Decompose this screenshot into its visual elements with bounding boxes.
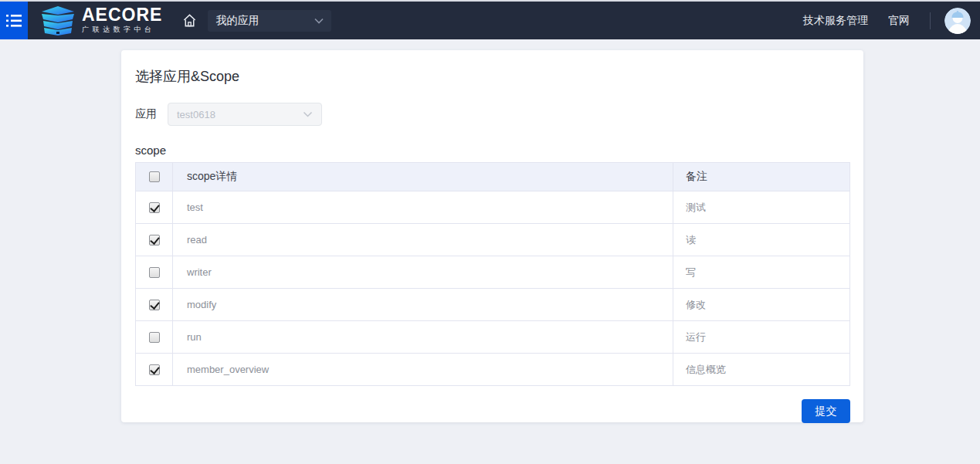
table-row: test 测试 (136, 191, 849, 224)
user-avatar[interactable] (944, 8, 971, 34)
my-apps-select-value: 我的应用 (215, 14, 314, 28)
list-menu-icon (6, 14, 22, 28)
table-row: read 读 (136, 224, 849, 256)
app-select[interactable]: test0618 (168, 103, 322, 126)
chevron-down-icon (314, 18, 324, 24)
worker-avatar-icon (944, 8, 971, 34)
scope-table: scope详情 备注 test 测试 read 读 write (135, 162, 850, 386)
scope-name: read (173, 224, 673, 256)
logo[interactable]: AECORE 广联达数字中台 (40, 5, 162, 36)
scope-remark: 运行 (673, 321, 849, 353)
row-checkbox[interactable] (149, 300, 160, 310)
table-row: run 运行 (136, 321, 849, 354)
scope-remark: 测试 (673, 191, 849, 223)
nav-link-official-site[interactable]: 官网 (888, 14, 910, 28)
column-header-scope-detail: scope详情 (173, 163, 673, 191)
scope-name: test (173, 191, 673, 223)
menu-button[interactable] (0, 2, 28, 39)
scope-remark: 信息概览 (673, 354, 849, 385)
scope-name: run (173, 321, 673, 353)
app-field-label: 应用 (135, 107, 157, 121)
column-header-remark: 备注 (673, 163, 849, 191)
scope-section-label: scope (135, 144, 850, 157)
row-checkbox[interactable] (149, 235, 160, 246)
select-all-checkbox[interactable] (149, 171, 160, 182)
table-row: member_overview 信息概览 (136, 354, 849, 386)
brand-name: AECORE (82, 6, 162, 23)
row-checkbox[interactable] (149, 202, 160, 213)
scope-remark: 读 (673, 224, 849, 256)
scope-remark: 写 (673, 256, 849, 288)
aecore-logo-icon (40, 5, 76, 36)
table-row: writer 写 (136, 256, 849, 289)
page-title: 选择应用&Scope (135, 67, 850, 86)
home-button[interactable] (182, 13, 197, 28)
scope-name: writer (173, 256, 673, 288)
select-app-scope-card: 选择应用&Scope 应用 test0618 scope scope详情 备注 … (121, 50, 863, 422)
scope-name: member_overview (173, 354, 673, 385)
scope-name: modify (173, 289, 673, 320)
brand-tagline: 广联达数字中台 (82, 25, 162, 35)
chevron-down-icon (303, 111, 313, 117)
nav-link-service-management[interactable]: 技术服务管理 (803, 14, 868, 28)
home-icon (182, 13, 197, 28)
app-select-value: test0618 (177, 109, 303, 120)
scope-table-body: test 测试 read 读 writer 写 modify 修改 (136, 191, 849, 386)
row-checkbox[interactable] (149, 364, 160, 375)
table-header-row: scope详情 备注 (136, 163, 849, 191)
scope-remark: 修改 (673, 289, 849, 320)
table-row: modify 修改 (136, 289, 849, 321)
my-apps-select[interactable]: 我的应用 (208, 10, 331, 32)
divider (930, 12, 931, 29)
submit-button[interactable]: 提交 (802, 399, 850, 423)
row-checkbox[interactable] (149, 267, 160, 278)
topbar: AECORE 广联达数字中台 我的应用 技术服务管理 官网 (0, 0, 980, 39)
row-checkbox[interactable] (149, 332, 160, 343)
